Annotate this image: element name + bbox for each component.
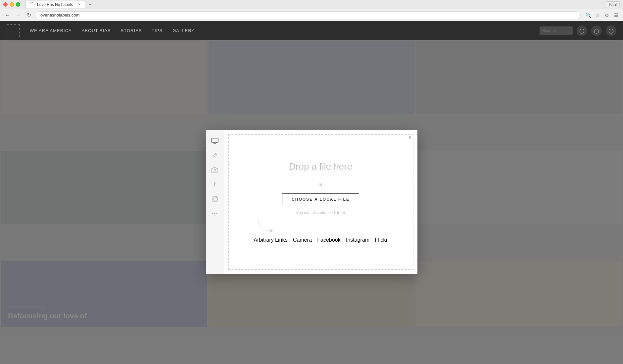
site-search-input[interactable] [540,26,573,35]
user-badge: Paul [606,1,620,8]
nav-tips[interactable]: TIPS [152,28,163,33]
menu-icon[interactable]: ☰ [612,12,620,19]
svg-point-5 [214,198,216,200]
header-icon-2[interactable]: ◯ [591,25,602,36]
header-icon-3[interactable]: ◯ [606,25,616,36]
upload-source-facebook[interactable]: f [208,178,221,191]
fullscreen-window-button[interactable] [16,2,20,7]
upload-dropzone[interactable]: Drop a file here or CHOOSE A LOCAL FILE … [228,134,413,270]
tab-title: Love Has No Labels [37,2,73,7]
url-text: lovehasnolabels.com [39,13,79,18]
drop-or-label: or [319,182,323,187]
site-content: #WEAREAMERICA Refocusing our love of × [0,40,623,364]
source-link-instagram[interactable]: Instagram [346,237,369,243]
svg-point-3 [214,169,216,171]
site-nav: WE ARE AMERICA ABOUT BIAS STORIES TIPS G… [30,28,195,33]
upload-source-monitor[interactable] [208,134,221,147]
browser-titlebar: Love Has No Labels ✕ + Paul [0,0,623,9]
upload-sidebar: f ••• [206,130,224,274]
website: WE ARE AMERICA ABOUT BIAS STORIES TIPS G… [0,21,623,364]
browser-frame: Love Has No Labels ✕ + Paul ← → ↻ loveha… [0,0,623,364]
source-link-camera[interactable]: Camera [293,237,312,243]
modal-overlay[interactable]: × [0,40,623,364]
site-logo [7,24,20,37]
svg-rect-0 [212,138,218,142]
drop-title: Drop a file here [289,161,352,172]
source-link-flickr[interactable]: Flickr [375,237,388,243]
minimize-window-button[interactable] [10,2,14,7]
toolbar-icons: 🔍 ☆ ⚙ ☰ [585,12,620,19]
curved-arrow-decoration [255,219,282,236]
nav-gallery[interactable]: GALLERY [172,28,195,33]
close-modal-button[interactable]: × [406,133,415,142]
new-tab-button[interactable]: + [86,1,94,8]
nav-about-bias[interactable]: ABOUT BIAS [82,28,111,33]
tab-close-button[interactable]: ✕ [78,2,81,7]
bookmark-icon[interactable]: ☆ [594,12,601,19]
browser-tab[interactable]: Love Has No Labels ✕ [25,1,85,8]
nav-stories[interactable]: STORIES [121,28,142,33]
source-link-facebook[interactable]: Facebook [317,237,340,243]
upload-modal: × [206,130,417,274]
forward-button[interactable]: → [14,11,23,20]
svg-marker-7 [270,229,273,232]
source-link-arbitrary[interactable]: Arbitrary Links [254,237,287,243]
upload-source-instagram[interactable] [208,192,221,206]
upload-source-more[interactable]: ••• [208,207,221,220]
site-header: WE ARE AMERICA ABOUT BIAS STORIES TIPS G… [0,21,623,40]
tab-area: Love Has No Labels ✕ + [25,1,94,8]
extensions-icon[interactable]: ⚙ [603,12,610,19]
search-icon[interactable]: 🔍 [585,12,592,19]
address-bar[interactable]: lovehasnolabels.com [35,11,581,19]
upload-source-camera[interactable] [208,163,221,177]
tab-favicon [30,2,34,7]
upload-source-link[interactable] [208,149,221,162]
reload-button[interactable]: ↻ [24,11,33,20]
header-icon-1[interactable]: ◯ [577,25,587,36]
back-button[interactable]: ← [3,11,12,20]
svg-point-6 [216,197,217,198]
sources-row: Arbitrary Links · Camera · Facebook · In… [254,237,388,243]
traffic-lights [3,2,20,7]
site-header-right: ◯ ◯ ◯ [540,25,616,36]
browser-toolbar: ← → ↻ lovehasnolabels.com 🔍 ☆ ⚙ ☰ [0,9,623,21]
also-from-label: You can also choose it from [296,211,345,215]
choose-file-button[interactable]: CHOOSE A LOCAL FILE [282,193,359,205]
close-window-button[interactable] [3,2,8,7]
nav-we-are-america[interactable]: WE ARE AMERICA [30,28,72,33]
